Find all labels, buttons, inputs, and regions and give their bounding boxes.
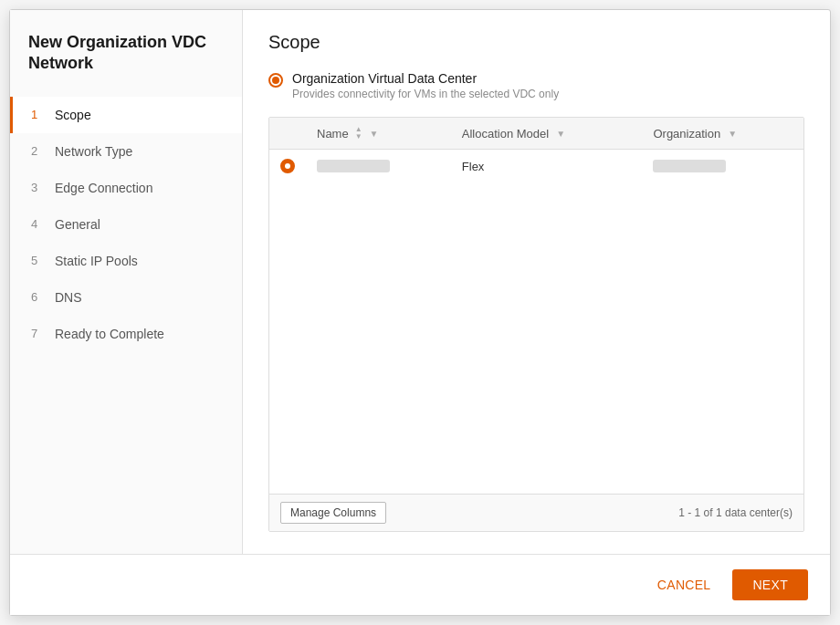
row-name-cell	[306, 150, 451, 183]
dialog-title: New Organization VDC Network	[10, 32, 242, 97]
col-header-allocation[interactable]: Allocation Model ▼	[451, 118, 643, 150]
table: Name ▲ ▼ ▼	[269, 118, 803, 182]
col-header-radio	[269, 118, 306, 150]
sidebar-item-general[interactable]: 4 General	[10, 206, 242, 243]
sidebar-item-network-type[interactable]: 2 Network Type	[10, 133, 242, 170]
step-label-6: DNS	[55, 290, 82, 305]
name-sort-icons[interactable]: ▲ ▼	[355, 126, 362, 141]
step-label-2: Network Type	[55, 144, 132, 159]
sort-desc-icon: ▼	[355, 133, 362, 141]
scope-option-text: Organization Virtual Data Center Provide…	[292, 71, 559, 100]
data-center-table: Name ▲ ▼ ▼	[268, 117, 804, 532]
row-organization-cell	[642, 150, 803, 183]
step-label-5: Static IP Pools	[55, 254, 138, 268]
step-label-3: Edge Connection	[55, 181, 152, 195]
row-radio-cell[interactable]	[269, 150, 306, 183]
step-label-1: Scope	[55, 108, 91, 122]
row-organization-value	[653, 160, 726, 172]
scope-option-description: Provides connectivity for VMs in the sel…	[292, 88, 559, 100]
next-button[interactable]: NEXT	[732, 569, 808, 600]
allocation-filter-icon[interactable]: ▼	[556, 129, 565, 139]
table-footer: Manage Columns 1 - 1 of 1 data center(s)	[269, 494, 803, 531]
sidebar-item-ready-to-complete[interactable]: 7 Ready to Complete	[10, 316, 242, 352]
step-label-4: General	[55, 217, 100, 232]
sidebar-item-scope[interactable]: 1 Scope	[10, 97, 242, 133]
row-radio-button[interactable]	[280, 159, 295, 173]
sidebar-item-dns[interactable]: 6 DNS	[10, 279, 242, 316]
table-row[interactable]: Flex	[269, 150, 803, 183]
scope-option[interactable]: Organization Virtual Data Center Provide…	[268, 71, 804, 100]
cancel-button[interactable]: CANCEL	[646, 570, 722, 599]
page-title: Scope	[268, 32, 804, 53]
pagination-info: 1 - 1 of 1 data center(s)	[678, 506, 793, 519]
scope-option-title: Organization Virtual Data Center	[292, 71, 559, 86]
dialog-footer: CANCEL NEXT	[10, 554, 830, 615]
step-label-7: Ready to Complete	[55, 327, 164, 341]
row-name-value	[317, 160, 390, 172]
dialog: New Organization VDC Network 1 Scope 2 N…	[9, 9, 831, 616]
sidebar: New Organization VDC Network 1 Scope 2 N…	[10, 10, 243, 554]
step-num-2: 2	[31, 144, 46, 158]
manage-columns-button[interactable]: Manage Columns	[280, 502, 386, 524]
step-num-3: 3	[31, 181, 46, 194]
table-scroll-area[interactable]: Name ▲ ▼ ▼	[269, 118, 803, 494]
main-content: Scope Organization Virtual Data Center P…	[243, 10, 830, 554]
col-header-name[interactable]: Name ▲ ▼ ▼	[306, 118, 451, 150]
row-allocation-cell: Flex	[451, 150, 643, 183]
col-header-organization[interactable]: Organization ▼	[642, 118, 803, 150]
step-num-6: 6	[31, 290, 46, 304]
name-filter-icon[interactable]: ▼	[370, 129, 379, 139]
step-num-1: 1	[31, 108, 46, 121]
sidebar-item-edge-connection[interactable]: 3 Edge Connection	[10, 170, 242, 206]
step-num-7: 7	[31, 327, 46, 340]
sidebar-item-static-ip-pools[interactable]: 5 Static IP Pools	[10, 243, 242, 279]
organization-filter-icon[interactable]: ▼	[728, 129, 737, 139]
step-num-4: 4	[31, 217, 46, 231]
scope-radio-button[interactable]	[268, 73, 283, 88]
step-num-5: 5	[31, 254, 46, 267]
